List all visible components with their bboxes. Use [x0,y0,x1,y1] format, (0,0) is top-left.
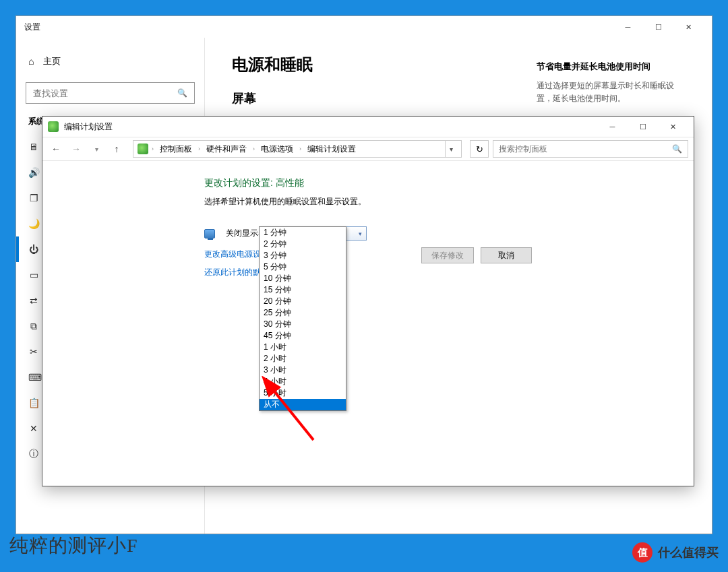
cp-close-button[interactable]: ✕ [658,117,688,137]
cp-titlebar: 编辑计划设置 ─ ☐ ✕ [42,117,694,137]
cp-maximize-button[interactable]: ☐ [628,117,658,137]
cp-search-box[interactable]: 🔍 [493,140,688,158]
sidebar-icon: ✂ [28,346,39,357]
dropdown-option[interactable]: 2 分钟 [260,239,346,250]
cp-window-title: 编辑计划设置 [64,121,597,133]
sidebar-icon: 📋 [28,398,39,408]
sidebar-icon: 🌙 [28,218,39,229]
close-button[interactable]: ✕ [673,17,704,37]
settings-titlebar: 设置 ─ ☐ ✕ [16,16,712,38]
sidebar-icon: ⌨︎ [28,372,39,383]
dropdown-option[interactable]: 45 分钟 [260,330,346,342]
sidebar-icon: ⧉ [28,321,39,332]
settings-search-input[interactable] [33,88,177,98]
breadcrumb-item[interactable]: 控制面板 [157,144,195,155]
sidebar-icon: ✕ [28,423,39,434]
control-panel-window: 编辑计划设置 ─ ☐ ✕ ← → ▾ ↑ › 控制面板 › 硬件和声音 › 电源… [42,116,694,486]
monitor-icon [204,229,215,239]
cp-navbar: ← → ▾ ↑ › 控制面板 › 硬件和声音 › 电源选项 › 编辑计划设置 ▾… [42,137,694,161]
breadcrumb-item[interactable]: 电源选项 [258,144,296,155]
breadcrumb-item[interactable]: 硬件和声音 [204,144,249,155]
dropdown-option[interactable]: 1 小时 [260,342,346,353]
breadcrumb[interactable]: › 控制面板 › 硬件和声音 › 电源选项 › 编辑计划设置 ▾ [133,140,462,158]
chevron-down-icon: ▾ [359,230,362,237]
minimize-button[interactable]: ─ [613,17,643,37]
dropdown-option[interactable]: 30 分钟 [260,319,346,330]
aside-heading: 节省电量并延长电池使用时间 [537,61,685,73]
dropdown-option[interactable]: 从不 [260,399,346,410]
power-plan-icon [48,121,59,132]
dropdown-option[interactable]: 5 小时 [260,387,346,399]
watermark-badge: 值 [632,542,653,563]
search-icon: 🔍 [672,144,682,154]
save-button[interactable]: 保存修改 [421,247,474,263]
up-button[interactable]: ↑ [109,141,125,157]
home-link[interactable]: ⌂ 主页 [16,50,204,73]
chevron-right-icon: › [251,146,257,152]
sidebar-icon: ⇄ [28,295,39,306]
cp-search-input[interactable] [499,144,672,154]
sidebar-icon: ▭ [28,269,39,280]
refresh-button[interactable]: ↻ [470,140,489,158]
settings-search-box[interactable]: 🔍 [26,82,195,104]
sidebar-icon: ⓘ [28,448,39,460]
address-dropdown[interactable]: ▾ [445,141,457,157]
home-icon: ⌂ [28,56,34,67]
breadcrumb-icon [138,144,148,154]
dropdown-option[interactable]: 3 分钟 [260,250,346,261]
cp-body: 更改计划的设置: 高性能 选择希望计算机使用的睡眠设置和显示设置。 关闭显示器:… [42,161,694,486]
chevron-right-icon: › [150,146,156,152]
chevron-right-icon: › [196,146,202,152]
dropdown-option[interactable]: 10 分钟 [260,273,346,284]
section-heading: 屏幕 [232,90,510,106]
sidebar-icon: 🖥 [28,141,39,152]
page-title: 电源和睡眠 [232,54,510,75]
dropdown-option[interactable]: 2 小时 [260,353,346,364]
plan-description: 选择希望计算机使用的睡眠设置和显示设置。 [204,196,694,208]
chevron-right-icon: › [297,146,303,152]
sidebar-icon: 🔊 [28,167,39,178]
watermark-site: 值 什么值得买 [632,542,719,563]
dropdown-option[interactable]: 3 小时 [260,364,346,376]
sidebar-icon: ⏻ [28,244,39,255]
dropdown-option[interactable]: 20 分钟 [260,296,346,307]
breadcrumb-item[interactable]: 编辑计划设置 [305,144,359,155]
plan-heading: 更改计划的设置: 高性能 [204,177,694,189]
dropdown-option[interactable]: 25 分钟 [260,307,346,319]
cp-minimize-button[interactable]: ─ [597,117,628,137]
dropdown-option[interactable]: 5 分钟 [260,261,346,273]
dropdown-option[interactable]: 1 分钟 [260,227,346,239]
dropdown-option[interactable]: 4 小时 [260,376,346,387]
aside-body: 通过选择更短的屏幕显示时长和睡眠设置，延长电池使用时间。 [537,80,685,105]
recent-dropdown[interactable]: ▾ [88,141,104,157]
maximize-button[interactable]: ☐ [643,17,673,37]
settings-window-title: 设置 [24,22,613,33]
watermark-author: 纯粹的测评小F [9,533,138,559]
search-icon: 🔍 [177,88,187,98]
display-off-dropdown[interactable]: 1 分钟2 分钟3 分钟5 分钟10 分钟15 分钟20 分钟25 分钟30 分… [259,226,346,411]
watermark-text: 什么值得买 [658,544,719,561]
dropdown-option[interactable]: 15 分钟 [260,284,346,296]
sidebar-icon: ❐ [28,193,39,203]
back-button[interactable]: ← [48,141,64,157]
home-label: 主页 [43,55,61,67]
forward-button[interactable]: → [68,141,84,157]
cancel-button[interactable]: 取消 [481,247,532,263]
